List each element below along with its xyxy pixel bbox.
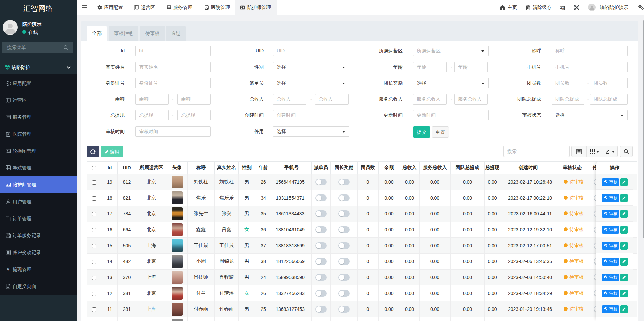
svg-text:A: A <box>562 7 564 10</box>
svg-text:¥: ¥ <box>7 267 10 272</box>
